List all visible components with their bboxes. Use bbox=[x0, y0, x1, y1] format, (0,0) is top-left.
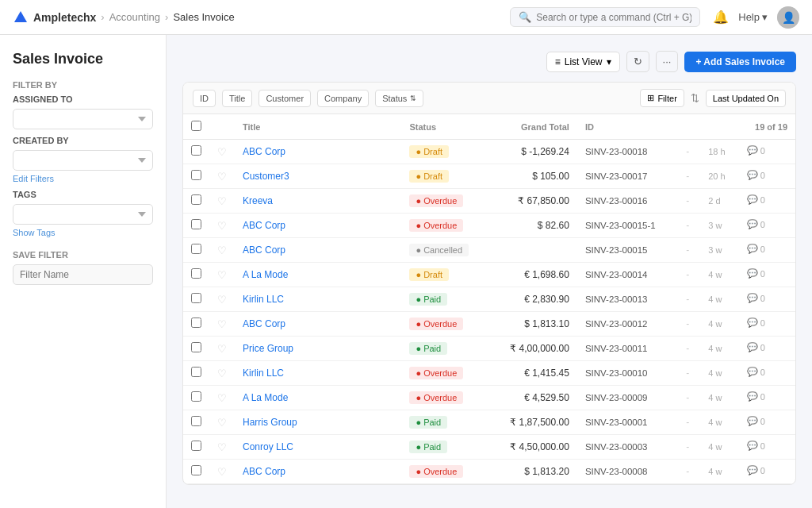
row-checkbox[interactable] bbox=[191, 342, 201, 352]
row-heart-cell[interactable]: ♡ bbox=[209, 386, 235, 410]
row-checkbox-cell[interactable] bbox=[183, 337, 209, 361]
row-checkbox[interactable] bbox=[191, 219, 201, 229]
row-comment[interactable]: 💬 0 bbox=[739, 435, 795, 456]
created-by-select[interactable] bbox=[13, 150, 153, 171]
row-comment[interactable]: 💬 0 bbox=[739, 410, 795, 432]
brand-logo[interactable]: Ampletechx bbox=[13, 10, 96, 25]
row-checkbox-cell[interactable] bbox=[183, 263, 209, 287]
more-options-button[interactable]: ··· bbox=[656, 51, 679, 72]
row-checkbox-cell[interactable] bbox=[183, 287, 209, 312]
row-comment[interactable]: 💬 0 bbox=[739, 189, 795, 210]
row-id[interactable]: SINV-23-00013 bbox=[577, 287, 678, 312]
row-title[interactable]: ABC Corp bbox=[235, 214, 401, 238]
select-all-header[interactable] bbox=[183, 114, 209, 140]
row-heart-cell[interactable]: ♡ bbox=[209, 312, 235, 337]
list-view-button[interactable]: ≡ List View ▾ bbox=[546, 52, 620, 72]
row-checkbox[interactable] bbox=[191, 244, 201, 254]
row-id[interactable]: SINV-23-00014 bbox=[577, 263, 678, 287]
row-comment[interactable]: 💬 0 bbox=[739, 263, 795, 284]
show-tags-link[interactable]: Show Tags bbox=[13, 228, 153, 237]
row-title[interactable]: Kirlin LLC bbox=[235, 361, 401, 386]
select-all-checkbox[interactable] bbox=[191, 121, 201, 131]
row-checkbox[interactable] bbox=[191, 441, 201, 451]
col-filter-status[interactable]: Status ⇅ bbox=[375, 90, 423, 107]
col-filter-title[interactable]: Title bbox=[222, 90, 252, 107]
row-title[interactable]: Price Group bbox=[235, 337, 401, 361]
breadcrumb-accounting[interactable]: Accounting bbox=[109, 11, 160, 23]
row-heart-cell[interactable]: ♡ bbox=[209, 410, 235, 435]
filter-name-input[interactable] bbox=[13, 264, 153, 285]
row-checkbox[interactable] bbox=[191, 367, 201, 377]
row-checkbox-cell[interactable] bbox=[183, 140, 209, 164]
row-comment[interactable]: 💬 0 bbox=[739, 386, 795, 407]
row-heart-cell[interactable]: ♡ bbox=[209, 140, 235, 164]
row-checkbox[interactable] bbox=[191, 416, 201, 426]
row-comment[interactable]: 💬 0 bbox=[739, 238, 795, 260]
row-heart-cell[interactable]: ♡ bbox=[209, 337, 235, 361]
row-id[interactable]: SINV-23-00001 bbox=[577, 410, 678, 435]
col-filter-id[interactable]: ID bbox=[193, 90, 216, 107]
row-id[interactable]: SINV-23-00010 bbox=[577, 361, 678, 386]
grand-total-header[interactable]: Grand Total bbox=[489, 114, 577, 140]
row-id[interactable]: SINV-23-00009 bbox=[577, 386, 678, 410]
assigned-to-select[interactable] bbox=[13, 109, 153, 129]
row-comment[interactable]: 💬 0 bbox=[739, 460, 795, 481]
row-checkbox-cell[interactable] bbox=[183, 312, 209, 337]
row-heart-cell[interactable]: ♡ bbox=[209, 460, 235, 484]
row-comment[interactable]: 💬 0 bbox=[739, 140, 795, 161]
search-input[interactable] bbox=[536, 12, 691, 23]
row-id[interactable]: SINV-23-00017 bbox=[577, 164, 678, 189]
row-checkbox[interactable] bbox=[191, 293, 201, 303]
col-filter-company[interactable]: Company bbox=[317, 90, 369, 107]
row-heart-cell[interactable]: ♡ bbox=[209, 361, 235, 386]
row-checkbox-cell[interactable] bbox=[183, 189, 209, 214]
row-checkbox-cell[interactable] bbox=[183, 361, 209, 386]
row-checkbox-cell[interactable] bbox=[183, 238, 209, 263]
row-checkbox[interactable] bbox=[191, 318, 201, 328]
row-checkbox[interactable] bbox=[191, 170, 201, 180]
tags-select[interactable] bbox=[13, 204, 153, 225]
row-title[interactable]: Customer3 bbox=[235, 164, 401, 189]
row-id[interactable]: SINV-23-00018 bbox=[577, 140, 678, 164]
row-title[interactable]: Harris Group bbox=[235, 410, 401, 435]
row-id[interactable]: SINV-23-00011 bbox=[577, 337, 678, 361]
row-checkbox[interactable] bbox=[191, 145, 201, 156]
row-title[interactable]: A La Mode bbox=[235, 386, 401, 410]
row-checkbox-cell[interactable] bbox=[183, 214, 209, 238]
row-checkbox-cell[interactable] bbox=[183, 164, 209, 189]
row-comment[interactable]: 💬 0 bbox=[739, 287, 795, 309]
row-checkbox-cell[interactable] bbox=[183, 386, 209, 410]
row-title[interactable]: ABC Corp bbox=[235, 460, 401, 484]
row-comment[interactable]: 💬 0 bbox=[739, 164, 795, 186]
row-checkbox-cell[interactable] bbox=[183, 460, 209, 484]
row-checkbox[interactable] bbox=[191, 194, 201, 205]
row-comment[interactable]: 💬 0 bbox=[739, 337, 795, 358]
row-heart-cell[interactable]: ♡ bbox=[209, 164, 235, 189]
row-title[interactable]: Conroy LLC bbox=[235, 435, 401, 460]
row-comment[interactable]: 💬 0 bbox=[739, 312, 795, 333]
row-title[interactable]: ABC Corp bbox=[235, 238, 401, 263]
last-updated-button[interactable]: Last Updated On bbox=[706, 90, 786, 107]
row-id[interactable]: SINV-23-00012 bbox=[577, 312, 678, 337]
refresh-button[interactable]: ↻ bbox=[626, 51, 649, 72]
add-sales-invoice-button[interactable]: + Add Sales Invoice bbox=[684, 52, 796, 72]
row-title[interactable]: ABC Corp bbox=[235, 312, 401, 337]
title-header[interactable]: Title bbox=[235, 114, 401, 140]
row-heart-cell[interactable]: ♡ bbox=[209, 435, 235, 460]
row-checkbox[interactable] bbox=[191, 268, 201, 279]
row-heart-cell[interactable]: ♡ bbox=[209, 189, 235, 214]
row-title[interactable]: Kirlin LLC bbox=[235, 287, 401, 312]
row-comment[interactable]: 💬 0 bbox=[739, 361, 795, 383]
edit-filters-link[interactable]: Edit Filters bbox=[13, 174, 153, 183]
row-id[interactable]: SINV-23-00003 bbox=[577, 435, 678, 460]
row-id[interactable]: SINV-23-00015-1 bbox=[577, 214, 678, 238]
search-bar[interactable]: 🔍 bbox=[510, 7, 700, 27]
row-heart-cell[interactable]: ♡ bbox=[209, 287, 235, 312]
notification-bell-button[interactable]: 🔔 bbox=[713, 10, 729, 25]
col-filter-customer[interactable]: Customer bbox=[259, 90, 311, 107]
row-checkbox-cell[interactable] bbox=[183, 435, 209, 460]
row-heart-cell[interactable]: ♡ bbox=[209, 263, 235, 287]
row-checkbox[interactable] bbox=[191, 465, 201, 475]
row-id[interactable]: SINV-23-00015 bbox=[577, 238, 678, 263]
row-heart-cell[interactable]: ♡ bbox=[209, 214, 235, 238]
